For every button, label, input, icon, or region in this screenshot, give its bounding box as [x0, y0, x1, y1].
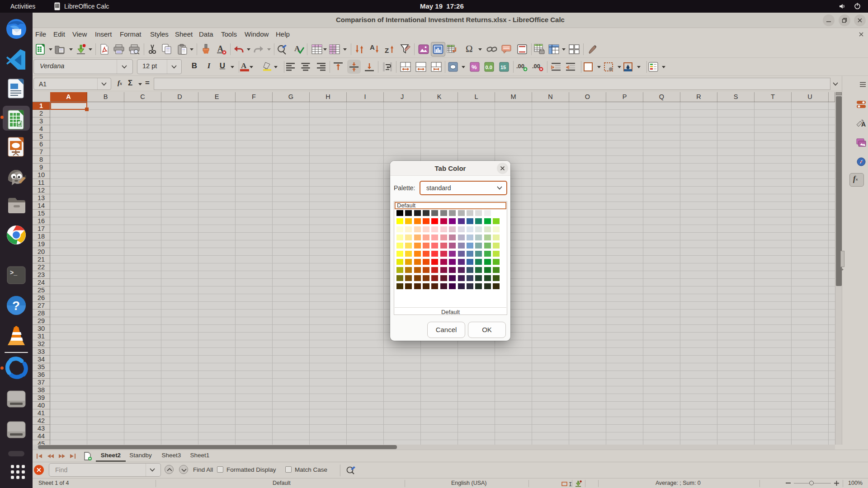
svg-text:A: A	[861, 121, 866, 128]
svg-text:A: A	[241, 61, 247, 70]
svg-text:.00: .00	[532, 63, 540, 70]
svg-text:?: ?	[12, 299, 20, 313]
svg-text:A: A	[370, 44, 375, 51]
svg-text:Z: Z	[385, 47, 389, 54]
svg-text:0.0: 0.0	[486, 65, 492, 70]
svg-text:>_: >_	[10, 269, 17, 276]
svg-text:%: %	[472, 64, 477, 70]
svg-text:15: 15	[500, 65, 506, 70]
svg-text:.00: .00	[516, 63, 524, 70]
